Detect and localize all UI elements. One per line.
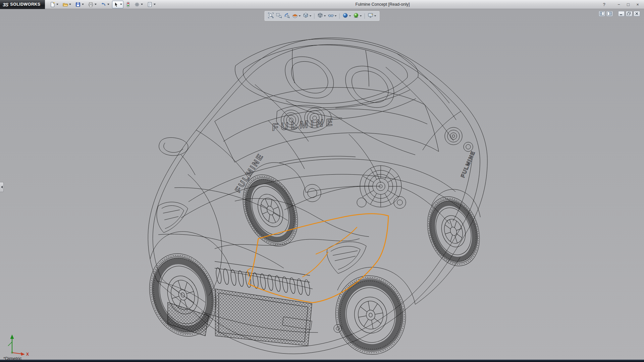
toolbar-separator <box>365 13 365 19</box>
dropdown-arrow-icon[interactable] <box>310 15 312 16</box>
section-cube-icon <box>292 12 298 19</box>
orientation-triad: X <box>3 331 34 357</box>
close-icon <box>635 11 639 16</box>
file-properties-button[interactable] <box>146 1 157 8</box>
green-sphere-icon <box>353 12 359 19</box>
maximize-button[interactable]: □ <box>625 1 632 8</box>
screen-bottom-strip <box>0 360 644 362</box>
undo-arrow-icon <box>101 2 106 7</box>
document-window-controls <box>599 11 640 16</box>
previous-view-button[interactable] <box>283 12 291 20</box>
solidworks-logo-text: SOLIDWORKS <box>10 2 40 7</box>
magnifier-fit-icon <box>268 12 274 19</box>
dropdown-arrow-icon[interactable] <box>349 15 351 16</box>
display-style-button[interactable] <box>317 12 327 20</box>
wireframe-cube-icon <box>317 12 323 19</box>
window-controls: ? − □ × <box>600 1 644 8</box>
select-button[interactable] <box>112 1 123 8</box>
car-lettering-cowl: FULMINE <box>272 116 335 133</box>
solidworks-logo: 3S SOLIDWORKS <box>0 0 45 9</box>
edit-appearance-button[interactable] <box>342 12 352 20</box>
triad-x-label: X <box>26 352 29 357</box>
pane-next-button[interactable] <box>606 11 613 16</box>
dropdown-arrow-icon[interactable] <box>120 4 122 5</box>
wheel-rear-right <box>419 190 488 273</box>
pane-right-icon <box>607 11 612 16</box>
solidworks-window: 3S SOLIDWORKS <box>0 0 644 362</box>
page-icon <box>50 2 55 7</box>
dropdown-arrow-icon[interactable] <box>69 4 71 5</box>
graphics-area[interactable]: FULMINE FULMINE FULMINE <box>0 9 644 362</box>
glasses-icon <box>328 12 334 19</box>
toolbar-separator <box>314 13 315 19</box>
floppy-icon <box>75 2 81 7</box>
previous-view-arrow-icon <box>284 12 290 19</box>
folder-icon <box>62 2 68 7</box>
view-orientation-button[interactable] <box>302 12 312 20</box>
dropdown-arrow-icon[interactable] <box>82 4 84 5</box>
zoom-to-area-button[interactable] <box>275 12 283 20</box>
magnifier-area-icon <box>276 12 282 19</box>
cube-icon <box>303 12 309 19</box>
minimize-icon <box>619 11 624 16</box>
dropdown-arrow-icon[interactable] <box>154 4 156 5</box>
dropdown-arrow-icon[interactable] <box>324 15 326 16</box>
dropdown-arrow-icon[interactable] <box>107 4 109 5</box>
close-icon: × <box>636 2 639 7</box>
undo-button[interactable] <box>99 1 111 8</box>
dropdown-arrow-icon[interactable] <box>299 15 301 16</box>
restore-icon <box>627 11 631 16</box>
menu-bar-toolbar <box>45 1 157 8</box>
view-settings-button[interactable] <box>367 12 377 20</box>
heads-up-view-toolbar <box>265 11 380 21</box>
solidworks-logo-mark-icon: 3S <box>3 2 8 7</box>
titlebar: 3S SOLIDWORKS <box>0 0 644 9</box>
apply-scene-button[interactable] <box>353 12 363 20</box>
printer-icon <box>88 2 94 7</box>
close-button[interactable]: × <box>634 1 641 8</box>
dropdown-arrow-icon[interactable] <box>335 15 337 16</box>
print-button[interactable] <box>87 1 98 8</box>
hide-show-items-button[interactable] <box>327 12 337 20</box>
maximize-icon: □ <box>627 2 630 7</box>
pane-left-icon <box>600 11 604 16</box>
task-pane-collapse-tab[interactable] <box>0 182 4 192</box>
document-lines-icon <box>147 2 153 7</box>
view-orientation-label: *Dimetric <box>3 356 22 361</box>
blue-sphere-icon <box>342 12 348 19</box>
selected-sketch[interactable] <box>248 214 388 303</box>
minimize-icon: − <box>618 2 620 7</box>
new-document-button[interactable] <box>48 1 60 8</box>
wheel-front-right <box>329 270 412 360</box>
pane-previous-button[interactable] <box>599 11 605 16</box>
dropdown-arrow-icon[interactable] <box>95 4 97 5</box>
car-body-lines <box>148 38 487 354</box>
section-view-button[interactable] <box>291 12 302 20</box>
gear-icon <box>134 2 140 7</box>
toolbar-separator <box>339 13 340 19</box>
help-icon: ? <box>603 2 605 7</box>
car-lettering-right-side: FULMINE <box>460 150 476 178</box>
window-title: Fulmine Concept [Read-only] <box>356 0 410 9</box>
car-wireframe-model: FULMINE FULMINE FULMINE <box>0 9 644 362</box>
options-button[interactable] <box>133 1 144 8</box>
minimize-button[interactable]: − <box>615 1 623 8</box>
doc-minimize-button[interactable] <box>618 11 625 16</box>
doc-close-button[interactable] <box>634 11 640 16</box>
rebuild-button[interactable] <box>125 1 131 8</box>
help-button[interactable]: ? <box>600 1 608 8</box>
monitor-icon <box>368 12 374 19</box>
dropdown-arrow-icon[interactable] <box>141 4 143 5</box>
open-button[interactable] <box>61 1 72 8</box>
wheel-front-left <box>139 245 226 345</box>
cursor-arrow-icon <box>113 2 119 7</box>
traffic-light-icon <box>126 2 130 7</box>
zoom-to-fit-button[interactable] <box>267 12 275 20</box>
doc-restore-button[interactable] <box>626 11 632 16</box>
dropdown-arrow-icon[interactable] <box>374 15 376 16</box>
save-button[interactable] <box>74 1 85 8</box>
dropdown-arrow-icon[interactable] <box>56 4 58 5</box>
collapse-arrow-icon <box>1 186 3 188</box>
dropdown-arrow-icon[interactable] <box>360 15 362 16</box>
triad-y-axis <box>8 335 14 353</box>
